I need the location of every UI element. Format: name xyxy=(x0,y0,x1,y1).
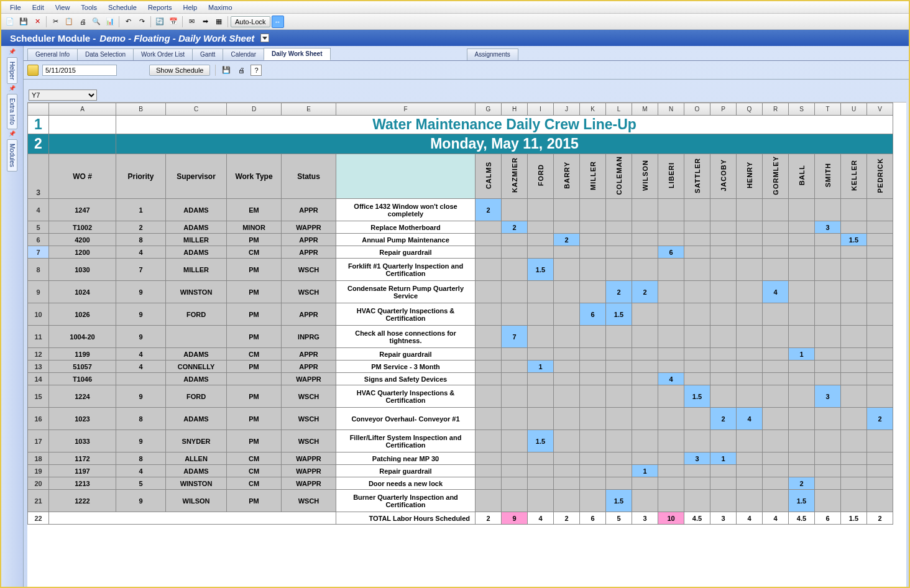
tab-gantt[interactable]: Gantt xyxy=(192,48,223,60)
cell-priority[interactable]: 4 xyxy=(116,246,166,259)
cell-crew-hours[interactable] xyxy=(606,199,632,221)
cell-status[interactable]: WSCH xyxy=(282,430,336,452)
refresh-icon[interactable]: 🔄 xyxy=(154,16,166,28)
cell-status[interactable]: WAPPR xyxy=(282,477,336,490)
cell-crew-hours[interactable] xyxy=(710,385,737,408)
cell-crew-hours[interactable] xyxy=(554,259,580,281)
cell-worktype[interactable]: EM xyxy=(227,199,282,221)
cell-crew-hours[interactable] xyxy=(528,303,554,326)
cell-crew-hours[interactable] xyxy=(684,234,710,246)
cell-crew-hours[interactable] xyxy=(841,490,867,512)
cell-total[interactable]: 5 xyxy=(606,512,632,525)
cell-supervisor[interactable]: ADAMS xyxy=(166,199,227,221)
cell-crew-hours[interactable] xyxy=(554,385,580,408)
cell-crew-hours[interactable] xyxy=(684,465,710,477)
sidetab-extrainfo[interactable]: Extra Info xyxy=(7,94,17,129)
cell-crew-hours[interactable] xyxy=(763,452,789,465)
cell-total[interactable]: 10 xyxy=(658,512,684,525)
forward-icon[interactable]: ➡ xyxy=(199,16,211,28)
cell-crew-hours[interactable] xyxy=(763,385,789,408)
cell-crew-hours[interactable] xyxy=(763,408,789,430)
new-icon[interactable]: 📄 xyxy=(4,16,16,28)
cell-crew-hours[interactable]: 2 xyxy=(789,477,815,490)
cell-crew-hours[interactable] xyxy=(789,221,815,234)
cell-crew-hours[interactable] xyxy=(789,465,815,477)
cell-crew-hours[interactable] xyxy=(606,452,632,465)
cell-wo[interactable]: 1023 xyxy=(49,408,116,430)
cell-crew-hours[interactable] xyxy=(476,361,502,373)
cell-crew-hours[interactable] xyxy=(554,465,580,477)
cell-crew-hours[interactable] xyxy=(841,246,867,259)
cell-crew-hours[interactable] xyxy=(476,246,502,259)
cell-crew-hours[interactable] xyxy=(554,361,580,373)
cell-crew-hours[interactable] xyxy=(658,477,684,490)
cell-crew-hours[interactable] xyxy=(867,303,893,326)
cell-crew-hours[interactable] xyxy=(658,234,684,246)
cell-crew-hours[interactable] xyxy=(554,430,580,452)
tab-general-info[interactable]: General Info xyxy=(27,48,78,60)
cell-crew-hours[interactable] xyxy=(580,246,606,259)
cell-crew-hours[interactable] xyxy=(632,259,658,281)
col-header[interactable]: R xyxy=(763,103,789,116)
cell-crew-hours[interactable] xyxy=(710,221,737,234)
cell-priority[interactable]: 4 xyxy=(116,465,166,477)
cell-status[interactable]: WSCH xyxy=(282,385,336,408)
cell-crew-hours[interactable]: 1.5 xyxy=(606,303,632,326)
cell-crew-hours[interactable] xyxy=(763,246,789,259)
cell-crew-hours[interactable] xyxy=(841,430,867,452)
cell-crew-hours[interactable] xyxy=(502,234,528,246)
cell-crew-hours[interactable] xyxy=(763,430,789,452)
cell-wo[interactable]: 1004-20 xyxy=(49,326,116,348)
cell-crew-hours[interactable] xyxy=(867,452,893,465)
cell-crew-hours[interactable] xyxy=(763,361,789,373)
autolock-button[interactable]: Auto-Lock xyxy=(231,16,270,27)
cell-supervisor[interactable]: ADAMS xyxy=(166,373,227,385)
cell-crew-hours[interactable] xyxy=(528,465,554,477)
cell-crew-hours[interactable] xyxy=(632,385,658,408)
cell-crew-hours[interactable] xyxy=(789,385,815,408)
cell-crew-hours[interactable] xyxy=(815,199,841,221)
cell-crew-hours[interactable] xyxy=(815,326,841,348)
cell-crew-hours[interactable] xyxy=(710,361,737,373)
cell-crew-hours[interactable] xyxy=(815,348,841,361)
cell-crew-hours[interactable] xyxy=(737,490,763,512)
cell-crew-hours[interactable] xyxy=(789,234,815,246)
cell-crew-hours[interactable] xyxy=(476,490,502,512)
cell-total[interactable]: 4 xyxy=(763,512,789,525)
cell-worktype[interactable]: CM xyxy=(227,452,282,465)
cell-total[interactable]: 4 xyxy=(528,512,554,525)
cell-crew-hours[interactable]: 6 xyxy=(580,303,606,326)
cell-description[interactable]: Patching near MP 30 xyxy=(336,452,476,465)
cell-crew-hours[interactable] xyxy=(658,430,684,452)
cell-crew-hours[interactable] xyxy=(502,246,528,259)
row-header[interactable]: 8 xyxy=(28,259,49,281)
cell-crew-hours[interactable] xyxy=(737,348,763,361)
cell-crew-hours[interactable] xyxy=(658,221,684,234)
print-icon[interactable]: 🖨 xyxy=(76,16,89,28)
row-header[interactable]: 9 xyxy=(28,281,49,303)
row-header[interactable]: 6 xyxy=(28,234,49,246)
cell-crew-hours[interactable] xyxy=(841,303,867,326)
delete-icon[interactable]: ✕ xyxy=(31,16,44,28)
cell-priority[interactable]: 4 xyxy=(116,361,166,373)
cell-description[interactable]: Burner Quarterly Inspection and Certific… xyxy=(336,490,476,512)
cell-crew-hours[interactable] xyxy=(841,348,867,361)
sidetab-helper[interactable]: Helper xyxy=(7,57,17,84)
menu-schedule[interactable]: Schedule xyxy=(103,2,142,12)
cell-crew-hours[interactable]: 1.5 xyxy=(528,259,554,281)
col-header[interactable]: I xyxy=(528,103,554,116)
cell-crew-hours[interactable] xyxy=(476,234,502,246)
cell-crew-hours[interactable] xyxy=(815,234,841,246)
cell-crew-hours[interactable] xyxy=(841,221,867,234)
col-header[interactable]: A xyxy=(49,103,116,116)
cell-crew-hours[interactable]: 2 xyxy=(710,408,737,430)
cell-crew-hours[interactable] xyxy=(528,326,554,348)
cell-crew-hours[interactable] xyxy=(658,408,684,430)
cell-crew-hours[interactable] xyxy=(476,465,502,477)
cell-status[interactable]: WSCH xyxy=(282,408,336,430)
lock-icon[interactable]: ↔ xyxy=(272,16,284,28)
cell-crew-hours[interactable] xyxy=(554,348,580,361)
tab-data-selection[interactable]: Data Selection xyxy=(77,48,134,60)
cell-crew-hours[interactable] xyxy=(867,259,893,281)
cell-crew-hours[interactable] xyxy=(841,385,867,408)
